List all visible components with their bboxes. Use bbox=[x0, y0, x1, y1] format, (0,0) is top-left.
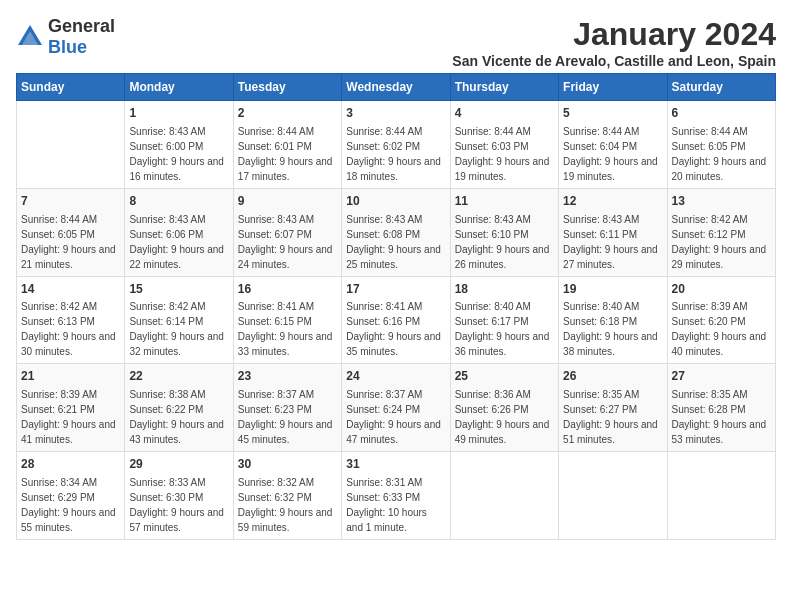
calendar-cell: 25Sunrise: 8:36 AMSunset: 6:26 PMDayligh… bbox=[450, 364, 558, 452]
day-number: 16 bbox=[238, 281, 337, 298]
day-info: Sunrise: 8:42 AMSunset: 6:13 PMDaylight:… bbox=[21, 299, 120, 359]
logo-text: General Blue bbox=[48, 16, 115, 58]
calendar-cell: 24Sunrise: 8:37 AMSunset: 6:24 PMDayligh… bbox=[342, 364, 450, 452]
calendar-cell: 29Sunrise: 8:33 AMSunset: 6:30 PMDayligh… bbox=[125, 452, 233, 540]
day-number: 18 bbox=[455, 281, 554, 298]
calendar-cell: 14Sunrise: 8:42 AMSunset: 6:13 PMDayligh… bbox=[17, 276, 125, 364]
calendar-cell bbox=[559, 452, 667, 540]
day-number: 21 bbox=[21, 368, 120, 385]
day-info: Sunrise: 8:43 AMSunset: 6:10 PMDaylight:… bbox=[455, 212, 554, 272]
day-number: 23 bbox=[238, 368, 337, 385]
day-info: Sunrise: 8:44 AMSunset: 6:04 PMDaylight:… bbox=[563, 124, 662, 184]
day-number: 8 bbox=[129, 193, 228, 210]
calendar-cell: 16Sunrise: 8:41 AMSunset: 6:15 PMDayligh… bbox=[233, 276, 341, 364]
calendar-header-row: SundayMondayTuesdayWednesdayThursdayFrid… bbox=[17, 74, 776, 101]
calendar-week-2: 7Sunrise: 8:44 AMSunset: 6:05 PMDaylight… bbox=[17, 188, 776, 276]
day-info: Sunrise: 8:34 AMSunset: 6:29 PMDaylight:… bbox=[21, 475, 120, 535]
calendar-table: SundayMondayTuesdayWednesdayThursdayFrid… bbox=[16, 73, 776, 540]
day-info: Sunrise: 8:31 AMSunset: 6:33 PMDaylight:… bbox=[346, 475, 445, 535]
day-number: 2 bbox=[238, 105, 337, 122]
col-header-monday: Monday bbox=[125, 74, 233, 101]
calendar-cell: 15Sunrise: 8:42 AMSunset: 6:14 PMDayligh… bbox=[125, 276, 233, 364]
day-number: 4 bbox=[455, 105, 554, 122]
calendar-cell: 1Sunrise: 8:43 AMSunset: 6:00 PMDaylight… bbox=[125, 101, 233, 189]
calendar-cell: 21Sunrise: 8:39 AMSunset: 6:21 PMDayligh… bbox=[17, 364, 125, 452]
calendar-cell bbox=[667, 452, 775, 540]
calendar-cell: 17Sunrise: 8:41 AMSunset: 6:16 PMDayligh… bbox=[342, 276, 450, 364]
col-header-sunday: Sunday bbox=[17, 74, 125, 101]
col-header-tuesday: Tuesday bbox=[233, 74, 341, 101]
calendar-cell: 19Sunrise: 8:40 AMSunset: 6:18 PMDayligh… bbox=[559, 276, 667, 364]
calendar-cell: 6Sunrise: 8:44 AMSunset: 6:05 PMDaylight… bbox=[667, 101, 775, 189]
calendar-cell: 11Sunrise: 8:43 AMSunset: 6:10 PMDayligh… bbox=[450, 188, 558, 276]
calendar-cell: 27Sunrise: 8:35 AMSunset: 6:28 PMDayligh… bbox=[667, 364, 775, 452]
day-number: 27 bbox=[672, 368, 771, 385]
day-info: Sunrise: 8:36 AMSunset: 6:26 PMDaylight:… bbox=[455, 387, 554, 447]
calendar-cell bbox=[450, 452, 558, 540]
calendar-cell: 5Sunrise: 8:44 AMSunset: 6:04 PMDaylight… bbox=[559, 101, 667, 189]
day-info: Sunrise: 8:39 AMSunset: 6:20 PMDaylight:… bbox=[672, 299, 771, 359]
day-number: 26 bbox=[563, 368, 662, 385]
calendar-cell: 10Sunrise: 8:43 AMSunset: 6:08 PMDayligh… bbox=[342, 188, 450, 276]
day-info: Sunrise: 8:38 AMSunset: 6:22 PMDaylight:… bbox=[129, 387, 228, 447]
day-info: Sunrise: 8:43 AMSunset: 6:08 PMDaylight:… bbox=[346, 212, 445, 272]
day-info: Sunrise: 8:39 AMSunset: 6:21 PMDaylight:… bbox=[21, 387, 120, 447]
day-info: Sunrise: 8:42 AMSunset: 6:14 PMDaylight:… bbox=[129, 299, 228, 359]
day-number: 31 bbox=[346, 456, 445, 473]
title-area: January 2024 San Vicente de Arevalo, Cas… bbox=[452, 16, 776, 69]
calendar-cell bbox=[17, 101, 125, 189]
calendar-cell: 4Sunrise: 8:44 AMSunset: 6:03 PMDaylight… bbox=[450, 101, 558, 189]
day-info: Sunrise: 8:35 AMSunset: 6:28 PMDaylight:… bbox=[672, 387, 771, 447]
col-header-thursday: Thursday bbox=[450, 74, 558, 101]
subtitle: San Vicente de Arevalo, Castille and Leo… bbox=[452, 53, 776, 69]
calendar-cell: 2Sunrise: 8:44 AMSunset: 6:01 PMDaylight… bbox=[233, 101, 341, 189]
day-number: 7 bbox=[21, 193, 120, 210]
calendar-cell: 22Sunrise: 8:38 AMSunset: 6:22 PMDayligh… bbox=[125, 364, 233, 452]
day-info: Sunrise: 8:37 AMSunset: 6:23 PMDaylight:… bbox=[238, 387, 337, 447]
calendar-cell: 20Sunrise: 8:39 AMSunset: 6:20 PMDayligh… bbox=[667, 276, 775, 364]
day-info: Sunrise: 8:32 AMSunset: 6:32 PMDaylight:… bbox=[238, 475, 337, 535]
day-number: 29 bbox=[129, 456, 228, 473]
day-info: Sunrise: 8:43 AMSunset: 6:06 PMDaylight:… bbox=[129, 212, 228, 272]
calendar-cell: 12Sunrise: 8:43 AMSunset: 6:11 PMDayligh… bbox=[559, 188, 667, 276]
calendar-cell: 26Sunrise: 8:35 AMSunset: 6:27 PMDayligh… bbox=[559, 364, 667, 452]
calendar-cell: 7Sunrise: 8:44 AMSunset: 6:05 PMDaylight… bbox=[17, 188, 125, 276]
day-info: Sunrise: 8:40 AMSunset: 6:18 PMDaylight:… bbox=[563, 299, 662, 359]
calendar-week-1: 1Sunrise: 8:43 AMSunset: 6:00 PMDaylight… bbox=[17, 101, 776, 189]
calendar-cell: 13Sunrise: 8:42 AMSunset: 6:12 PMDayligh… bbox=[667, 188, 775, 276]
day-number: 5 bbox=[563, 105, 662, 122]
day-number: 3 bbox=[346, 105, 445, 122]
calendar-cell: 31Sunrise: 8:31 AMSunset: 6:33 PMDayligh… bbox=[342, 452, 450, 540]
day-number: 11 bbox=[455, 193, 554, 210]
calendar-cell: 23Sunrise: 8:37 AMSunset: 6:23 PMDayligh… bbox=[233, 364, 341, 452]
day-number: 14 bbox=[21, 281, 120, 298]
calendar-week-4: 21Sunrise: 8:39 AMSunset: 6:21 PMDayligh… bbox=[17, 364, 776, 452]
day-info: Sunrise: 8:44 AMSunset: 6:05 PMDaylight:… bbox=[21, 212, 120, 272]
day-number: 6 bbox=[672, 105, 771, 122]
calendar-week-5: 28Sunrise: 8:34 AMSunset: 6:29 PMDayligh… bbox=[17, 452, 776, 540]
day-number: 30 bbox=[238, 456, 337, 473]
day-info: Sunrise: 8:44 AMSunset: 6:05 PMDaylight:… bbox=[672, 124, 771, 184]
day-info: Sunrise: 8:43 AMSunset: 6:07 PMDaylight:… bbox=[238, 212, 337, 272]
day-info: Sunrise: 8:37 AMSunset: 6:24 PMDaylight:… bbox=[346, 387, 445, 447]
logo-general: General bbox=[48, 16, 115, 36]
logo: General Blue bbox=[16, 16, 115, 58]
day-number: 1 bbox=[129, 105, 228, 122]
day-number: 17 bbox=[346, 281, 445, 298]
calendar-cell: 28Sunrise: 8:34 AMSunset: 6:29 PMDayligh… bbox=[17, 452, 125, 540]
calendar-cell: 3Sunrise: 8:44 AMSunset: 6:02 PMDaylight… bbox=[342, 101, 450, 189]
calendar-cell: 9Sunrise: 8:43 AMSunset: 6:07 PMDaylight… bbox=[233, 188, 341, 276]
day-number: 20 bbox=[672, 281, 771, 298]
col-header-wednesday: Wednesday bbox=[342, 74, 450, 101]
calendar-cell: 8Sunrise: 8:43 AMSunset: 6:06 PMDaylight… bbox=[125, 188, 233, 276]
day-info: Sunrise: 8:35 AMSunset: 6:27 PMDaylight:… bbox=[563, 387, 662, 447]
col-header-friday: Friday bbox=[559, 74, 667, 101]
day-info: Sunrise: 8:44 AMSunset: 6:02 PMDaylight:… bbox=[346, 124, 445, 184]
day-info: Sunrise: 8:40 AMSunset: 6:17 PMDaylight:… bbox=[455, 299, 554, 359]
day-number: 22 bbox=[129, 368, 228, 385]
day-number: 10 bbox=[346, 193, 445, 210]
day-info: Sunrise: 8:33 AMSunset: 6:30 PMDaylight:… bbox=[129, 475, 228, 535]
day-number: 19 bbox=[563, 281, 662, 298]
day-info: Sunrise: 8:44 AMSunset: 6:01 PMDaylight:… bbox=[238, 124, 337, 184]
day-number: 28 bbox=[21, 456, 120, 473]
